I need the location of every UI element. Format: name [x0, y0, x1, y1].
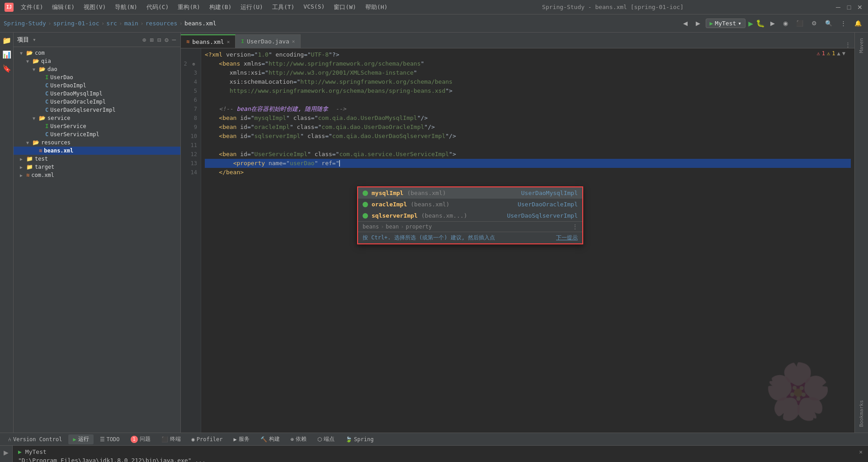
tree-node-userdaosqlserverimpl[interactable]: C UserDaoSqlserverImpl [14, 106, 180, 114]
tabs-more-button[interactable]: ⋮ [845, 41, 851, 48]
tree-node-userservice[interactable]: I UserService [14, 122, 180, 130]
breadcrumb-src[interactable]: src [106, 20, 117, 27]
breadcrumb-resources[interactable]: resources [146, 20, 177, 27]
menu-navigate[interactable]: 导航(N) [111, 2, 141, 12]
tree-node-userdaomysqlimpl[interactable]: C UserDaoMysqlImpl [14, 90, 180, 98]
tab-problems[interactable]: 1 问题 [126, 434, 155, 444]
error-nav-up[interactable]: ▲ [837, 50, 840, 57]
tab-close-beans-xml[interactable]: ✕ [227, 39, 230, 45]
coverage-button[interactable]: ▶ [768, 19, 778, 28]
ac-next-hint-link[interactable]: 下一提示 [556, 234, 578, 242]
tree-node-userdao[interactable]: I UserDao [14, 73, 180, 81]
tree-node-userdaoimpl[interactable]: C UserDaoImpl [14, 81, 180, 90]
ac-more-button[interactable]: ⋮ [572, 224, 578, 230]
bottom-panel: ⑃ Version Control ▶ 运行 ☰ TODO 1 问题 ⬛ 终端 … [0, 433, 868, 462]
tab-endpoints[interactable]: ⬡ 端点 [313, 434, 339, 444]
bookmarks-icon[interactable]: 🔖 [0, 62, 13, 75]
close-button[interactable]: ✕ [856, 4, 863, 11]
menu-file[interactable]: 文件(E) [17, 2, 47, 12]
tree-node-userdaooracleimpl[interactable]: C UserDaoOracleImpl [14, 98, 180, 106]
tab-userdao-java[interactable]: I UserDao.java ✕ [236, 34, 301, 48]
tab-version-control[interactable]: ⑃ Version Control [4, 434, 66, 444]
tab-run[interactable]: ▶ 运行 [68, 434, 93, 444]
search-button[interactable]: 🔍 [822, 19, 835, 28]
tree-node-test[interactable]: ▶ 📁 test [14, 155, 180, 163]
tab-todo[interactable]: ☰ TODO [95, 434, 124, 444]
tab-deps[interactable]: ⊕ 依赖 [286, 434, 311, 444]
arrow-test: ▶ [20, 157, 26, 162]
menu-vcs[interactable]: VCS(S) [300, 2, 328, 12]
tree-node-qia[interactable]: ▼ 📂 qia [14, 57, 180, 65]
error-nav-down[interactable]: ▼ [842, 50, 845, 57]
run-config-selector[interactable]: ▶ MyTest ▾ [706, 19, 746, 28]
tree-action-settings[interactable]: ⚙ [164, 35, 169, 44]
window-controls[interactable]: ─ □ ✕ [835, 4, 863, 11]
run-restart-button[interactable]: ▶ [2, 448, 10, 457]
tree-action-add[interactable]: ⊕ [142, 35, 147, 44]
menu-run[interactable]: 运行(U) [237, 2, 266, 12]
menu-window[interactable]: 窗口(W) [330, 2, 359, 12]
profile-button[interactable]: ◉ [780, 19, 791, 28]
tab-terminal[interactable]: ⬛ 终端 [157, 434, 185, 444]
maven-label[interactable]: Maven [857, 34, 866, 57]
tree-node-beans-xml[interactable]: ≋ beans.xml [14, 147, 180, 155]
menu-refactor[interactable]: 重构(R) [174, 2, 203, 12]
ac-item-oracleimpl[interactable]: oracleImpl (beans.xml) UserDaoOracleImpl [358, 199, 582, 210]
folder-icon-target: 📁 [26, 164, 33, 170]
autocomplete-dropdown[interactable]: mysqlImpl (beans.xml) UserDaoMysqlImpl o… [357, 186, 583, 244]
code-span: <beans [219, 59, 244, 68]
structure-icon[interactable]: 📊 [0, 48, 13, 61]
back-button[interactable]: ◀ [680, 19, 690, 28]
more-button[interactable]: ⋮ [838, 19, 849, 28]
tab-spring[interactable]: 🍃 Spring [341, 434, 378, 444]
tree-action-minimize[interactable]: ─ [171, 35, 177, 44]
tree-action-layout[interactable]: ⊞ [149, 35, 154, 44]
tree-node-com[interactable]: ▼ 📂 com [14, 49, 180, 57]
maximize-button[interactable]: □ [845, 4, 853, 11]
breadcrumb-main[interactable]: main [124, 20, 138, 27]
ln-11: 11 [181, 141, 197, 150]
menu-bar[interactable]: 文件(E) 编辑(E) 视图(V) 导航(N) 代码(C) 重构(R) 构建(B… [17, 2, 391, 12]
tree-node-com-xml[interactable]: ▶ ≋ com.xml [14, 171, 180, 179]
tree-node-userserviceimpl[interactable]: C UserServiceImpl [14, 130, 180, 138]
code-span: version [226, 50, 251, 59]
tab-beans-xml[interactable]: ≋ beans.xml ✕ [181, 34, 236, 48]
notifications-button[interactable]: 🔔 [852, 19, 864, 28]
menu-tools[interactable]: 工具(T) [269, 2, 298, 12]
project-icon[interactable]: 📁 [0, 34, 13, 47]
menu-build[interactable]: 构建(B) [206, 2, 235, 12]
forward-button[interactable]: ▶ [693, 19, 703, 28]
menu-edit[interactable]: 编辑(E) [48, 2, 78, 12]
tab-build[interactable]: 🔨 构建 [256, 434, 284, 444]
tree-node-target[interactable]: ▶ 📁 target [14, 163, 180, 171]
run-close-button[interactable]: ✕ [859, 448, 863, 455]
breadcrumb-module[interactable]: spring-01-ioc [53, 20, 99, 27]
tree-node-resources[interactable]: ▼ 📂 resources [14, 138, 180, 147]
debug-button[interactable]: 🐛 [756, 19, 765, 28]
text-cursor [339, 160, 340, 167]
tab-close-userdao-java[interactable]: ✕ [292, 38, 295, 44]
ac-item-sqlserverimpl[interactable]: sqlserverImpl (beans.xm...) UserDaoSqlse… [358, 210, 582, 221]
stop-button[interactable]: ⬛ [793, 19, 806, 28]
breadcrumb-project[interactable]: Spring-Study [4, 20, 46, 27]
panel-dropdown-icon[interactable]: ▾ [33, 36, 36, 43]
ac-type-oracle: UserDaoOracleImpl [518, 201, 578, 208]
bookmarks-label[interactable]: Bookmarks [857, 396, 866, 431]
minimize-button[interactable]: ─ [835, 4, 842, 11]
error-icon: ⚠ [817, 50, 820, 57]
code-editor[interactable]: 🌸 ⚠ 1 ⚠ 1 ▲ ▼ 2 ⊕ 3 4 5 6 7 [181, 48, 854, 433]
run-button[interactable]: ▶ [748, 19, 753, 28]
code-span: id [240, 132, 247, 141]
tree-node-service[interactable]: ▼ 📂 service [14, 114, 180, 122]
settings-button[interactable]: ⚙ [809, 19, 820, 28]
breadcrumb-file[interactable]: beans.xml [184, 20, 216, 27]
run-scroll-up-button[interactable]: ↑ [3, 459, 9, 462]
tree-action-sort[interactable]: ⊟ [156, 35, 162, 44]
tab-services[interactable]: ▶ 服务 [229, 434, 254, 444]
ac-item-mysqlimpl[interactable]: mysqlImpl (beans.xml) UserDaoMysqlImpl [358, 187, 582, 199]
menu-view[interactable]: 视图(V) [80, 2, 109, 12]
menu-code[interactable]: 代码(C) [143, 2, 172, 12]
tab-profiler[interactable]: ◉ Profiler [187, 434, 227, 444]
tree-node-dao[interactable]: ▼ 📂 dao [14, 65, 180, 73]
menu-help[interactable]: 帮助(H) [362, 2, 391, 12]
